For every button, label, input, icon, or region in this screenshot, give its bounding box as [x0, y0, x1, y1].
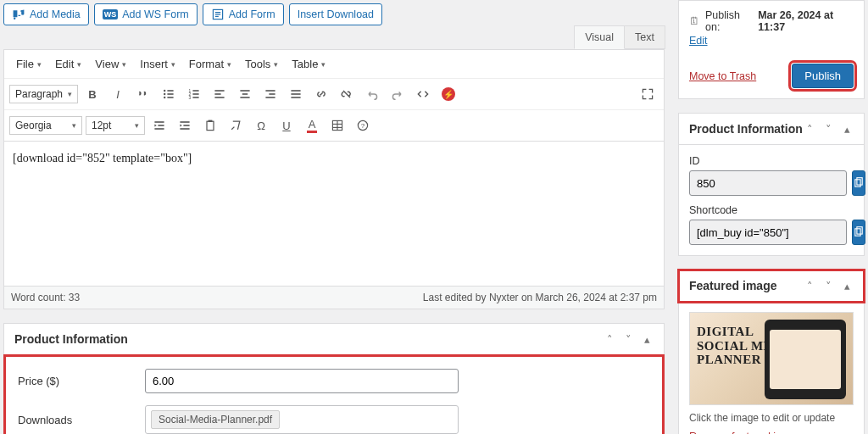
svg-rect-23 — [265, 90, 275, 92]
collapse-icon[interactable]: ▴ — [840, 280, 854, 292]
chevron-down-icon[interactable]: ˅ — [621, 333, 635, 346]
add-form-label: Add Form — [229, 8, 275, 20]
svg-point-7 — [164, 93, 165, 95]
numbered-list-icon[interactable]: 123 — [183, 83, 205, 105]
id-label: ID — [689, 155, 854, 167]
font-family-select[interactable]: Georgia▾ — [9, 116, 82, 135]
font-size-select[interactable]: 12pt▾ — [86, 116, 145, 135]
format-select[interactable]: Paragraph▾ — [9, 85, 78, 103]
outdent-icon[interactable] — [148, 114, 170, 136]
svg-rect-25 — [265, 97, 275, 98]
svg-point-5 — [164, 90, 165, 92]
featured-image-thumbnail[interactable]: Digital Social Media Planner — [689, 312, 854, 405]
align-right-icon[interactable] — [259, 83, 281, 105]
publish-panel: 🗓 Publish on: Mar 26, 2024 at 11:37 Edit… — [678, 0, 865, 99]
italic-icon[interactable]: I — [107, 83, 129, 105]
fullscreen-icon[interactable] — [637, 83, 659, 105]
align-left-icon[interactable] — [209, 83, 231, 105]
chevron-down-icon[interactable]: ˅ — [821, 280, 835, 292]
shortcode-input[interactable] — [689, 220, 847, 245]
clear-format-icon[interactable] — [225, 114, 247, 136]
svg-rect-12 — [192, 90, 198, 92]
side-product-info-panel: Product Information ˄ ˅ ▴ ID Shortcode — [678, 113, 865, 256]
underline-icon[interactable]: U — [275, 114, 298, 136]
text-color-icon[interactable]: A — [301, 114, 323, 136]
svg-rect-31 — [154, 128, 164, 130]
add-form-button[interactable]: Add Form — [203, 3, 284, 25]
unlink-icon[interactable] — [336, 83, 358, 105]
undo-icon[interactable] — [361, 83, 383, 105]
editor-footer: Word count: 33 Last edited by Nyxter on … — [4, 286, 664, 309]
align-justify-icon[interactable] — [285, 83, 307, 105]
copy-id-button[interactable] — [852, 170, 865, 196]
menu-insert[interactable]: Insert▾ — [133, 54, 182, 74]
editor-card: File▾ Edit▾ View▾ Insert▾ Format▾ Tools▾… — [3, 49, 665, 309]
bullet-list-icon[interactable] — [158, 83, 180, 105]
insert-download-button[interactable]: Insert Download — [289, 3, 382, 25]
downloads-field[interactable]: Social-Media-Planner.pdf — [145, 405, 459, 434]
redo-icon[interactable] — [387, 83, 409, 105]
svg-rect-30 — [158, 125, 164, 126]
publish-button[interactable]: Publish — [792, 64, 854, 88]
move-to-trash-link[interactable]: Move to Trash — [689, 70, 756, 82]
publish-date: Mar 26, 2024 at 11:37 — [758, 9, 854, 33]
media-button-bar: Add Media WS Add WS Form Add Form Insert… — [3, 0, 665, 31]
chevron-up-icon[interactable]: ˄ — [803, 280, 816, 292]
calendar-icon: 🗓 — [689, 15, 700, 27]
chevron-up-icon[interactable]: ˄ — [603, 333, 616, 346]
tab-visual[interactable]: Visual — [574, 25, 625, 49]
camera-music-icon — [12, 8, 25, 21]
chevron-up-icon[interactable]: ˄ — [803, 123, 816, 136]
featured-image-overlay-text: Digital Social Media Planner — [697, 325, 797, 367]
plugin-icon[interactable]: ⚡ — [437, 83, 459, 105]
id-input[interactable] — [689, 170, 847, 196]
remove-featured-image-link[interactable]: Remove featured image — [689, 431, 802, 434]
collapse-icon[interactable]: ▴ — [840, 123, 854, 136]
file-chip[interactable]: Social-Media-Planner.pdf — [151, 410, 280, 429]
svg-rect-34 — [180, 128, 189, 130]
svg-rect-36 — [209, 120, 213, 122]
align-center-icon[interactable] — [234, 83, 256, 105]
svg-text:?: ? — [361, 122, 365, 130]
svg-point-9 — [164, 97, 165, 98]
svg-rect-26 — [291, 90, 300, 92]
editor-toolbar: File▾ Edit▾ View▾ Insert▾ Format▾ Tools▾… — [4, 50, 664, 142]
link-icon[interactable] — [310, 83, 332, 105]
collapse-icon[interactable]: ▴ — [640, 333, 654, 346]
blockquote-icon[interactable] — [132, 83, 154, 105]
publish-on-label: Publish on: — [705, 9, 753, 33]
add-media-label: Add Media — [30, 8, 81, 20]
editor-content-area[interactable]: [download id="852" template="box"] — [4, 142, 664, 286]
downloads-label: Downloads — [18, 414, 145, 426]
menu-format[interactable]: Format▾ — [182, 54, 238, 74]
code-icon[interactable] — [412, 83, 434, 105]
edit-schedule-link[interactable]: Edit — [689, 35, 708, 47]
shortcode-label: Shortcode — [689, 204, 854, 216]
bold-icon[interactable]: B — [81, 83, 103, 105]
menu-file[interactable]: File▾ — [9, 54, 48, 74]
menu-edit[interactable]: Edit▾ — [48, 54, 88, 74]
special-char-icon[interactable]: Ω — [250, 114, 272, 136]
chevron-down-icon[interactable]: ˅ — [821, 123, 835, 136]
svg-rect-16 — [192, 97, 198, 98]
svg-rect-33 — [183, 125, 189, 126]
svg-rect-43 — [855, 180, 860, 186]
svg-rect-17 — [214, 90, 224, 92]
help-icon[interactable]: ? — [352, 114, 374, 136]
price-input[interactable] — [145, 369, 459, 393]
table-icon[interactable] — [326, 114, 348, 136]
menu-tools[interactable]: Tools▾ — [238, 54, 285, 74]
svg-rect-24 — [269, 93, 275, 95]
copy-shortcode-button[interactable] — [852, 220, 865, 245]
tab-text[interactable]: Text — [625, 25, 665, 49]
svg-rect-28 — [291, 97, 300, 98]
menu-table[interactable]: Table▾ — [285, 54, 332, 74]
featured-image-caption: Click the image to edit or update — [689, 412, 854, 424]
add-ws-form-label: Add WS Form — [122, 8, 189, 20]
menu-view[interactable]: View▾ — [88, 54, 133, 74]
indent-icon[interactable] — [174, 114, 196, 136]
paste-icon[interactable] — [199, 114, 221, 136]
add-media-button[interactable]: Add Media — [3, 3, 89, 25]
svg-rect-6 — [167, 90, 173, 92]
add-ws-form-button[interactable]: WS Add WS Form — [94, 3, 198, 25]
